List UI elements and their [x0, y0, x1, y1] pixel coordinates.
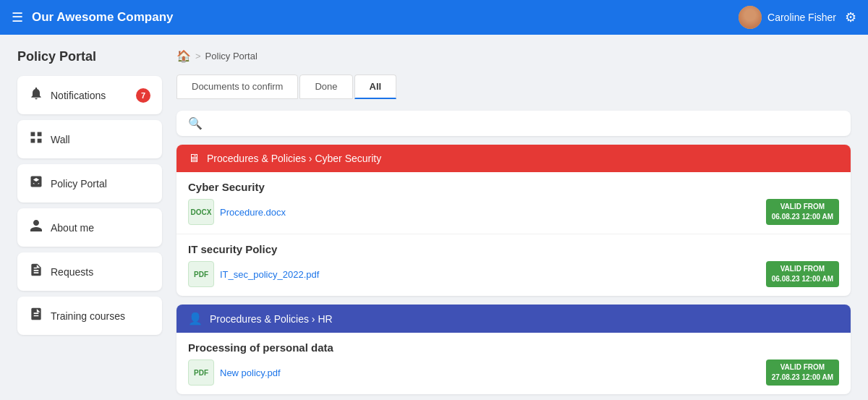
- notifications-badge: 7: [136, 88, 150, 103]
- policy-portal-label: Policy Portal: [51, 178, 107, 190]
- personal-data-file-info: PDF New policy.pdf: [188, 359, 281, 386]
- sidebar-item-policy-portal[interactable]: Policy Portal: [17, 164, 162, 203]
- it-security-file-info: PDF IT_sec_policy_2022.pdf: [188, 261, 319, 287]
- tabs-bar: Documents to confirm Done All: [176, 75, 851, 99]
- hr-section: 👤 Procedures & Policies › HR Processing …: [176, 305, 851, 394]
- user-profile[interactable]: Caroline Fisher: [739, 6, 836, 29]
- sidebar-item-training-courses[interactable]: Training courses: [17, 297, 162, 335]
- avatar: [739, 6, 762, 29]
- sidebar-item-notifications[interactable]: Notifications 7: [17, 76, 162, 114]
- cyber-security-breadcrumb: Procedures & Policies › Cyber Security: [207, 153, 381, 164]
- sidebar-item-about-me[interactable]: About me: [17, 208, 162, 247]
- tab-all[interactable]: All: [354, 75, 397, 99]
- pdf-icon-1: PDF: [188, 261, 214, 287]
- grid-icon: [29, 130, 43, 148]
- cyber-security-item: Cyber Security DOCX Procedure.docx VALID…: [176, 172, 851, 234]
- policy-icon: [29, 174, 43, 192]
- cyber-security-title: Cyber Security: [188, 181, 839, 193]
- page-title: Policy Portal: [17, 49, 162, 64]
- breadcrumb: 🏠 > Policy Portal: [176, 49, 851, 63]
- cyber-security-header-icon: 🖥: [188, 152, 200, 165]
- navbar: ☰ Our Awesome Company Caroline Fisher ⚙: [0, 0, 868, 35]
- procedure-file-info: DOCX Procedure.docx: [188, 199, 286, 225]
- procedure-valid-badge: VALID FROM06.08.23 12:00 AM: [766, 199, 839, 225]
- personal-data-file-row: PDF New policy.pdf VALID FROM27.08.23 12…: [188, 359, 839, 386]
- requests-label: Requests: [51, 266, 93, 278]
- tab-documents-to-confirm[interactable]: Documents to confirm: [176, 75, 298, 99]
- hr-breadcrumb: Procedures & Policies › HR: [210, 313, 333, 325]
- procedure-file-row: DOCX Procedure.docx VALID FROM06.08.23 1…: [188, 199, 839, 225]
- person-icon: [29, 218, 43, 237]
- user-name: Caroline Fisher: [767, 12, 836, 23]
- personal-data-title: Processing of personal data: [188, 341, 839, 354]
- training-courses-label: Training courses: [51, 310, 125, 322]
- new-policy-valid-badge: VALID FROM27.08.23 12:00 AM: [766, 359, 839, 386]
- breadcrumb-current: Policy Portal: [205, 51, 258, 61]
- navbar-left: ☰ Our Awesome Company: [12, 9, 174, 25]
- docx-icon: DOCX: [188, 199, 214, 225]
- sidebar-item-requests[interactable]: Requests: [17, 252, 162, 291]
- about-me-label: About me: [51, 222, 94, 234]
- search-icon: 🔍: [188, 116, 203, 130]
- personal-data-item: Processing of personal data PDF New poli…: [176, 333, 851, 394]
- hr-header-icon: 👤: [188, 312, 203, 325]
- tab-done[interactable]: Done: [299, 75, 352, 99]
- wall-label: Wall: [51, 134, 70, 145]
- it-security-title: IT security Policy: [188, 243, 839, 255]
- requests-icon: [29, 263, 43, 281]
- app-title: Our Awesome Company: [32, 10, 174, 25]
- cyber-security-section: 🖥 Procedures & Policies › Cyber Security…: [176, 145, 851, 296]
- sidebar-item-wall[interactable]: Wall: [17, 120, 162, 158]
- avatar-image: [739, 6, 762, 29]
- navbar-right: Caroline Fisher ⚙: [739, 6, 856, 29]
- settings-icon[interactable]: ⚙: [845, 9, 856, 25]
- bell-icon: [29, 86, 43, 104]
- training-icon: [29, 307, 43, 325]
- hamburger-menu-icon[interactable]: ☰: [12, 9, 23, 25]
- left-panel: Policy Portal Notifications 7 Wall Polic…: [17, 49, 162, 400]
- procedure-file-link[interactable]: Procedure.docx: [220, 207, 286, 218]
- notifications-label: Notifications: [51, 90, 106, 101]
- it-security-item: IT security Policy PDF IT_sec_policy_202…: [176, 234, 851, 296]
- content-area: 🏠 > Policy Portal Documents to confirm D…: [176, 49, 851, 400]
- breadcrumb-home-icon[interactable]: 🏠: [176, 49, 191, 63]
- it-security-valid-badge: VALID FROM06.08.23 12:00 AM: [766, 261, 839, 287]
- it-security-file-row: PDF IT_sec_policy_2022.pdf VALID FROM06.…: [188, 261, 839, 287]
- it-security-file-link[interactable]: IT_sec_policy_2022.pdf: [220, 269, 319, 280]
- hr-header: 👤 Procedures & Policies › HR: [176, 305, 851, 333]
- cyber-security-header: 🖥 Procedures & Policies › Cyber Security: [176, 145, 851, 172]
- new-policy-file-link[interactable]: New policy.pdf: [220, 367, 281, 378]
- search-container: 🔍: [176, 111, 851, 136]
- breadcrumb-separator: >: [195, 51, 201, 61]
- pdf-icon-2: PDF: [188, 359, 214, 386]
- main-container: Policy Portal Notifications 7 Wall Polic…: [0, 35, 868, 400]
- search-input[interactable]: [208, 118, 839, 129]
